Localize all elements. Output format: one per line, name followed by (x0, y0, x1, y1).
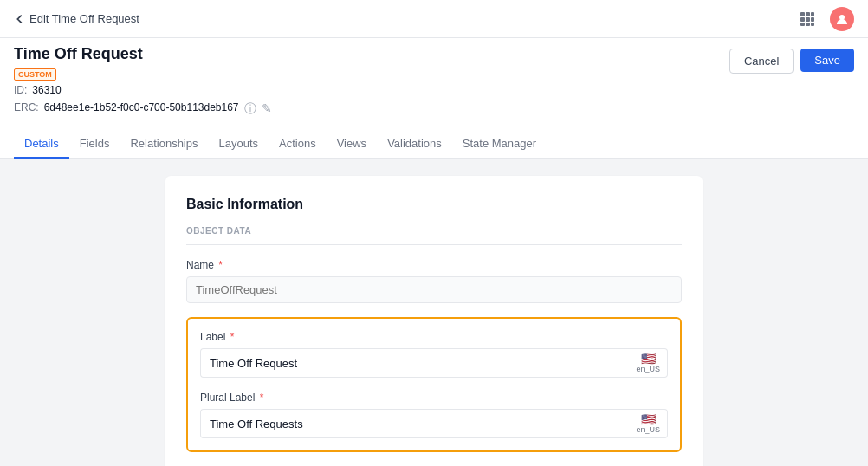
tab-details[interactable]: Details (14, 130, 69, 159)
label-input-with-flag: 🇺🇸 en_US (200, 348, 668, 378)
svg-rect-7 (806, 23, 810, 26)
name-field-group: Name * (186, 259, 682, 303)
user-avatar-circle (830, 7, 854, 31)
id-value: 36310 (32, 82, 61, 99)
top-bar-left: Edit Time Off Request (14, 12, 139, 25)
form-card: Basic Information OBJECT DATA Name * Lab… (165, 176, 703, 466)
label-flag-emoji: 🇺🇸 (641, 353, 656, 365)
plural-label-field-group: Plural Label * 🇺🇸 en_US (200, 392, 668, 438)
plural-label-input-with-flag: 🇺🇸 en_US (200, 409, 668, 438)
tab-views[interactable]: Views (327, 130, 377, 159)
svg-rect-6 (800, 23, 805, 26)
plural-label-input[interactable] (200, 409, 629, 438)
edit-icon[interactable]: ✎ (262, 99, 272, 118)
tab-validations[interactable]: Validations (377, 130, 452, 159)
erc-label: ERC: (14, 100, 39, 116)
top-bar-right (795, 7, 854, 31)
header-actions: Cancel Save (729, 45, 854, 74)
custom-badge: CUSTOM (14, 68, 56, 81)
plural-label-flag-button[interactable]: 🇺🇸 en_US (629, 409, 668, 438)
plural-label-label: Plural Label * (200, 392, 668, 404)
header-section: Time Off Request CUSTOM ID: 36310 ERC: 6… (0, 38, 868, 159)
label-field-group: Label * 🇺🇸 en_US (200, 331, 668, 378)
svg-rect-5 (811, 17, 814, 22)
title-meta-left: Time Off Request CUSTOM ID: 36310 ERC: 6… (14, 45, 272, 118)
plural-label-flag-locale: en_US (636, 426, 660, 434)
tab-state-manager[interactable]: State Manager (452, 130, 547, 159)
label-required: * (230, 331, 235, 343)
grid-icon[interactable] (795, 7, 819, 31)
user-avatar[interactable] (830, 7, 854, 31)
back-button[interactable]: Edit Time Off Request (14, 12, 139, 25)
tab-relationships[interactable]: Relationships (120, 130, 208, 159)
cancel-button[interactable]: Cancel (729, 49, 794, 74)
plural-label-required: * (260, 392, 264, 404)
section-label: OBJECT DATA (186, 226, 682, 236)
svg-rect-2 (811, 12, 814, 16)
back-label: Edit Time Off Request (29, 12, 139, 25)
tab-layouts[interactable]: Layouts (208, 130, 269, 159)
erc-value: 6d48ee1e-1b52-f0c0-c700-50b113deb167 (44, 100, 239, 116)
section-title: Basic Information (186, 197, 682, 212)
label-flag-locale: en_US (636, 366, 660, 373)
name-input[interactable] (186, 276, 682, 303)
info-icon[interactable]: ⓘ (244, 99, 256, 118)
label-label: Label * (200, 331, 668, 343)
svg-rect-3 (800, 17, 805, 22)
id-label: ID: (14, 82, 27, 99)
svg-rect-4 (806, 17, 810, 22)
label-flag-button[interactable]: 🇺🇸 en_US (629, 348, 668, 378)
tab-fields[interactable]: Fields (69, 130, 120, 159)
plural-label-flag-emoji: 🇺🇸 (641, 413, 656, 425)
name-label: Name * (186, 259, 682, 271)
highlighted-section: Label * 🇺🇸 en_US Plural Label * (186, 317, 682, 452)
top-bar: Edit Time Off Request (0, 0, 868, 38)
tab-actions[interactable]: Actions (269, 130, 327, 159)
header-top: Time Off Request CUSTOM ID: 36310 ERC: 6… (14, 45, 854, 125)
svg-rect-1 (806, 12, 810, 16)
divider (186, 244, 682, 245)
save-button[interactable]: Save (800, 49, 854, 72)
label-input[interactable] (200, 348, 629, 378)
svg-rect-0 (800, 12, 805, 16)
name-required: * (218, 259, 223, 271)
tabs: Details Fields Relationships Layouts Act… (14, 130, 854, 158)
meta-info: ID: 36310 ERC: 6d48ee1e-1b52-f0c0-c700-5… (14, 82, 272, 119)
main-content: Basic Information OBJECT DATA Name * Lab… (0, 159, 868, 466)
svg-rect-8 (811, 23, 814, 26)
object-title: Time Off Request (14, 45, 143, 64)
